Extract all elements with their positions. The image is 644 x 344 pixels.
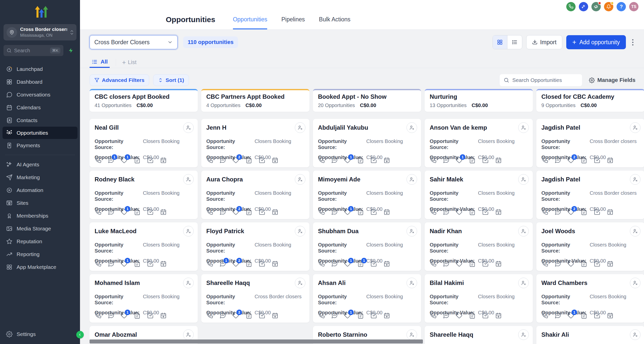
sms-action-button[interactable] [219, 312, 226, 319]
advanced-filters-button[interactable]: Advanced Filters [90, 74, 149, 86]
tab-all[interactable]: All [90, 57, 110, 68]
manage-fields-button[interactable]: Manage Fields [589, 77, 635, 83]
tag-action-button[interactable]: 2 [568, 209, 574, 215]
opportunity-card[interactable]: Shubham DuaOpportunity Source:Closers Bo… [313, 222, 421, 271]
account-switcher[interactable]: Cross Border closers Mississauga, ON [4, 24, 76, 40]
assign-owner-button[interactable] [295, 278, 305, 288]
assign-owner-button[interactable] [295, 226, 305, 236]
calendar-plus-action-button[interactable] [272, 312, 278, 319]
sidebar-item-memberships[interactable]: Memberships [0, 209, 80, 222]
user-avatar[interactable]: TS [629, 2, 638, 11]
tab-opportunities[interactable]: Opportunities [233, 16, 267, 29]
notes-action-button[interactable] [357, 209, 364, 215]
notes-action-button[interactable] [246, 312, 252, 319]
calendar-plus-action-button[interactable] [272, 260, 278, 267]
sidebar-item-contacts[interactable]: Contacts [0, 114, 80, 127]
sidebar-item-calendars[interactable]: Calendars [0, 101, 80, 114]
sms-action-button[interactable] [331, 260, 338, 267]
notes-action-button[interactable] [134, 157, 141, 164]
sms-action-button[interactable] [108, 312, 114, 319]
opportunity-card[interactable]: Anson Van de kempOpportunity Source:Clos… [425, 119, 533, 167]
phone-action-button[interactable] [206, 209, 213, 215]
calendar-plus-action-button[interactable] [495, 260, 502, 267]
phone-action-button[interactable] [318, 260, 325, 267]
sms-action-button[interactable] [554, 260, 561, 267]
sms-action-button[interactable] [443, 209, 450, 215]
phone-action-button[interactable] [430, 312, 436, 319]
sidebar-item-media-storage[interactable]: Media Storage [0, 222, 80, 235]
assign-owner-button[interactable] [630, 226, 640, 236]
tag-action-button[interactable]: 1 [344, 209, 351, 215]
tasks-action-button[interactable] [482, 312, 489, 319]
phone-action-button[interactable] [206, 157, 213, 164]
notes-action-button[interactable] [357, 157, 364, 164]
tag-action-button[interactable]: 2 [568, 157, 574, 164]
quick-actions-button[interactable] [65, 45, 76, 56]
tasks-action-button[interactable] [147, 312, 154, 319]
assign-owner-button[interactable] [407, 278, 417, 288]
phone-action-button[interactable] [318, 157, 325, 164]
notes-action-button[interactable] [246, 260, 252, 267]
sms-action-button[interactable] [219, 209, 226, 215]
assign-owner-button[interactable] [630, 122, 640, 133]
phone-action-button[interactable] [541, 209, 548, 215]
sms-action-button[interactable] [443, 157, 450, 164]
tag-action-button[interactable]: 2 [232, 157, 239, 164]
assign-owner-button[interactable] [407, 329, 417, 340]
sidebar-search-input[interactable]: Search ⌘K [4, 45, 63, 56]
opportunity-card[interactable]: Floyd PatrickOpportunity Source:Closers … [201, 222, 309, 271]
sms-action-button[interactable] [219, 157, 226, 164]
sms-action-button[interactable] [108, 209, 114, 215]
assign-owner-button[interactable] [183, 226, 194, 236]
opportunity-card[interactable]: Ahsan AliOpportunity Source:Closers Book… [313, 274, 421, 323]
megaphone-button[interactable] [591, 2, 601, 11]
tasks-action-button[interactable] [259, 312, 265, 319]
assign-owner-button[interactable] [518, 226, 529, 236]
sidebar-item-ai-agents[interactable]: AI Agents [0, 158, 80, 171]
assign-owner-button[interactable] [630, 329, 640, 340]
tag-action-button[interactable]: 1 [121, 260, 128, 267]
notes-action-button[interactable] [581, 157, 587, 164]
calendar-plus-action-button[interactable] [607, 157, 614, 164]
add-list-tab-button[interactable]: + List [122, 57, 136, 68]
opportunity-card[interactable]: Shakir Ali [536, 326, 644, 344]
assign-owner-button[interactable] [183, 122, 194, 133]
sidebar-item-dashboard[interactable]: Dashboard [0, 75, 80, 88]
tag-action-button[interactable] [456, 209, 463, 215]
tasks-action-button[interactable] [370, 260, 377, 267]
phone-action-button[interactable] [206, 312, 213, 319]
sms-action-button[interactable] [554, 209, 561, 215]
notes-action-button[interactable] [134, 312, 141, 319]
calendar-plus-action-button[interactable] [383, 260, 390, 267]
sms-action-button[interactable] [331, 209, 338, 215]
sidebar-item-opportunities[interactable]: Opportunities [3, 127, 77, 139]
grid-view-button[interactable] [493, 35, 507, 49]
notes-action-button[interactable] [134, 260, 141, 267]
sidebar-item-reputation[interactable]: Reputation [0, 235, 80, 248]
add-opportunity-button[interactable]: + Add opportunity [566, 35, 626, 49]
tag-action-button[interactable]: 2 [232, 209, 239, 215]
opportunity-card[interactable]: Neal GillOpportunity Source:Closers Book… [90, 119, 198, 167]
sort-button[interactable]: Sort (1) [153, 74, 189, 86]
assign-owner-button[interactable] [407, 174, 417, 185]
assign-owner-button[interactable] [630, 278, 640, 288]
tasks-action-button[interactable] [594, 209, 600, 215]
opportunity-card[interactable]: Jagdish PatelOpportunity Source:Cross Bo… [536, 119, 644, 167]
sidebar-collapse-button[interactable] [76, 331, 84, 338]
horizontal-scrollbar-thumb[interactable] [90, 339, 423, 343]
phone-action-button[interactable] [95, 312, 101, 319]
sidebar-item-app-marketplace[interactable]: App Marketplace [0, 261, 80, 273]
phone-button[interactable] [566, 2, 576, 11]
tag-action-button[interactable]: 1 [121, 209, 128, 215]
tasks-action-button[interactable] [370, 209, 377, 215]
sidebar-item-automation[interactable]: Automation [0, 184, 80, 196]
calendar-plus-action-button[interactable] [272, 209, 278, 215]
opportunity-card[interactable]: Shareelle Haqq [425, 326, 533, 344]
notes-action-button[interactable] [469, 157, 476, 164]
phone-action-button[interactable] [95, 260, 101, 267]
opportunity-card[interactable]: Bilal HakimiOpportunity Source:Closers B… [425, 274, 533, 323]
tag-action-button[interactable]: 1 [456, 157, 463, 164]
opportunity-card[interactable]: Ward ChambersOpportunity Source:Closers … [536, 274, 644, 323]
sms-action-button[interactable] [443, 260, 450, 267]
pipeline-select[interactable]: Cross Border Closers [90, 35, 178, 49]
